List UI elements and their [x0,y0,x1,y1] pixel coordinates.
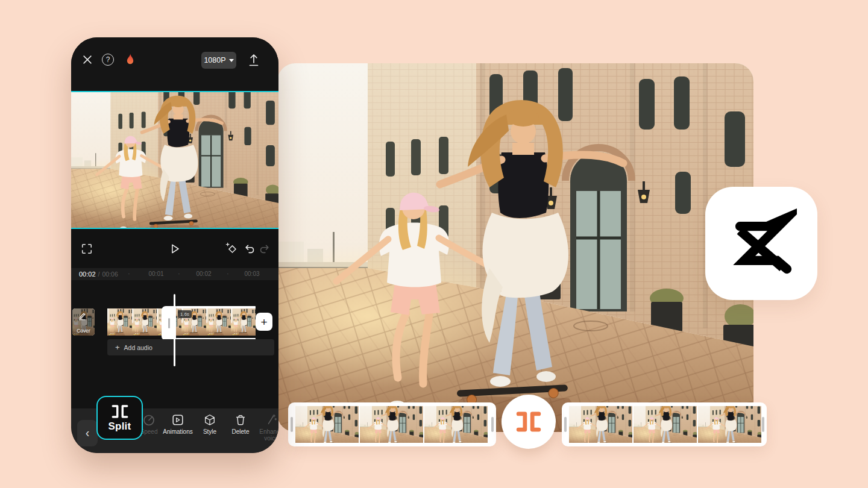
toolbar-item-style[interactable]: Style [193,413,227,435]
resolution-button[interactable]: 1080P [201,52,236,69]
edit-pencil-icon [78,311,87,321]
add-audio-label: Add audio [124,344,153,351]
phone-editor-mockup: ? 1080P [71,37,278,453]
toolbar-label: Delete [232,428,250,435]
toolbar-label: Animations [163,428,192,435]
add-audio-row[interactable]: + Add audio [107,339,274,355]
capcut-logo-icon [726,208,797,279]
filmstrip-frame [295,406,359,443]
split-icon [110,404,130,419]
ruler-tick: 00:03 [240,271,264,277]
close-button[interactable] [81,53,94,66]
time-ruler: 00:02 / 00:06 · 00:01 · 00:02 · 00:03 [71,268,278,280]
filmstrip-left [288,402,496,446]
fullscreen-icon [81,243,93,255]
filmstrip-frame [634,406,697,443]
chevron-down-icon [229,59,234,62]
redo-icon [259,243,271,255]
video-preview[interactable] [71,91,278,229]
trim-handle-right-icon[interactable] [491,417,494,432]
trim-handle-right-icon[interactable] [762,417,764,432]
fullscreen-button[interactable] [80,242,93,255]
split-brackets-icon [515,410,542,434]
capcut-logo-tile [705,187,817,300]
ruler-tick: 00:02 [192,271,216,277]
skateboarding-photo [277,63,753,432]
trim-handle-left-icon[interactable] [291,417,293,432]
redo-button[interactable] [258,242,271,255]
toolbar-label: Enhance voice [254,428,278,442]
animations-icon [171,413,184,427]
timeline-panel: Cover 1.6s + + Add audio [71,280,278,408]
transport-controls [71,229,278,268]
editor-header: ? 1080P [71,37,278,91]
undo-icon [244,243,256,255]
export-icon [248,52,260,67]
speed-gauge-icon [142,413,156,427]
skateboarding-photo-image [277,63,753,432]
clip-frame [107,308,132,336]
undo-button[interactable] [243,242,256,255]
export-button[interactable] [247,52,260,67]
video-preview-frame [71,92,278,228]
filmstrip-frame [569,406,632,443]
split-action-circle[interactable] [502,395,556,449]
filmstrip-frame [698,406,761,443]
time-separator: / [98,271,100,278]
ruler-tick: 00:01 [144,271,168,277]
total-time: 00:06 [102,271,118,278]
trim-handle-left-icon[interactable] [564,417,567,432]
add-clip-button[interactable]: + [256,313,272,331]
cover-label: Cover [72,328,95,334]
style-cube-icon [203,413,216,427]
toolbar-item-delete[interactable]: Delete [224,413,257,435]
playhead[interactable] [174,294,175,366]
clip-frame [206,308,231,336]
filmstrip-right [562,402,767,446]
clip-frame [231,308,256,336]
plus-icon: + [260,316,267,328]
capcut-promo-canvas: ? 1080P [0,0,868,488]
clip-frame [132,308,157,336]
help-icon: ? [106,56,110,63]
filmstrip-frame [424,406,488,443]
toolbar-item-animations[interactable]: Animations [161,413,195,435]
plus-icon: + [115,343,120,351]
trending-button[interactable] [124,52,137,67]
timecode: 00:02 / 00:06 [79,271,118,278]
ruler-dot: · [227,270,229,277]
filmstrip-frame [360,406,423,443]
cover-thumbnail[interactable]: Cover [72,308,95,336]
toolbar-label: Style [203,428,216,435]
ruler-dot: · [128,270,130,277]
play-icon [168,242,181,255]
flame-icon [124,53,136,66]
current-time: 00:02 [79,271,96,278]
back-button[interactable]: ‹ [77,420,98,446]
resolution-label: 1080P [204,56,225,64]
keyframe-button[interactable] [225,242,239,255]
keyframe-icon [225,242,239,255]
toolbar-item-enhance-voice[interactable]: Enhance voice [254,413,278,442]
back-chevron-icon: ‹ [86,427,90,439]
ruler-dot: · [178,270,180,277]
play-button[interactable] [168,242,181,255]
editor-toolbar: ‹ Split Speed Animatio [71,408,278,453]
enhance-voice-wand-icon [265,413,278,427]
trim-grip-icon [168,318,170,328]
toolbar-item-split[interactable]: Split [96,396,143,440]
help-button[interactable]: ? [102,54,114,66]
split-label: Split [108,421,131,433]
trash-icon [234,413,247,427]
close-icon [82,54,93,65]
selection-border-top [176,306,256,308]
clip-duration-badge: 1.6s [178,310,192,318]
